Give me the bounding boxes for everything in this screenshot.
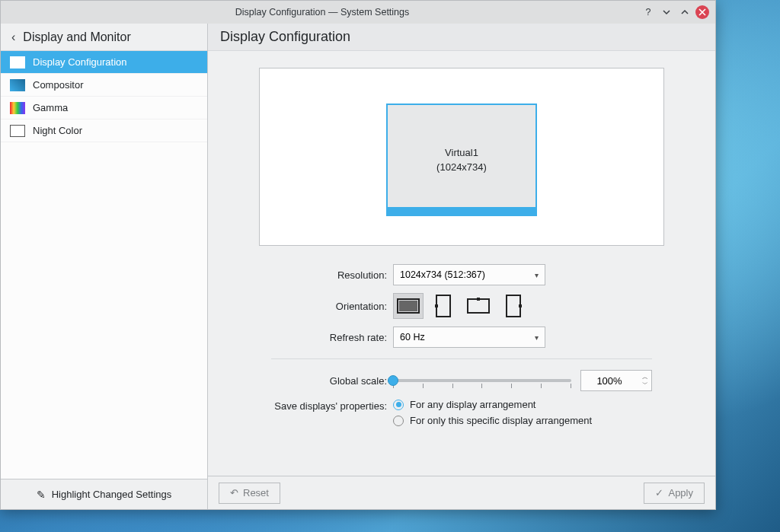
- sidebar-back[interactable]: ‹ Display and Monitor: [1, 24, 207, 51]
- radio-any-arrangement[interactable]: For any display arrangement: [393, 399, 592, 410]
- sidebar-item-label: Gamma: [33, 102, 68, 113]
- chevron-left-icon: ‹: [11, 30, 15, 44]
- spinbox-arrows[interactable]: ︿﹀: [642, 374, 648, 387]
- highlight-changed-settings[interactable]: ✎ Highlight Changed Settings: [1, 479, 207, 509]
- svg-rect-5: [477, 298, 480, 301]
- refresh-rate-value: 60 Hz: [400, 332, 425, 342]
- global-scale-spinbox[interactable]: 100% ︿﹀: [580, 370, 652, 391]
- compositor-icon: [10, 79, 25, 91]
- svg-rect-2: [436, 295, 450, 317]
- refresh-rate-select[interactable]: 60 Hz ▾: [393, 327, 545, 348]
- page-title: Display Configuration: [208, 24, 715, 51]
- sidebar-footer-label: Highlight Changed Settings: [52, 489, 172, 500]
- orientation-landscape-flipped[interactable]: [463, 293, 494, 319]
- sidebar-item-display-configuration[interactable]: Display Configuration: [1, 51, 207, 74]
- system-settings-window: Display Configuration — System Settings …: [0, 0, 716, 510]
- resolution-select[interactable]: 1024x734 (512:367) ▾: [393, 264, 545, 285]
- gamma-icon: [10, 102, 25, 114]
- undo-icon: ↶: [230, 487, 238, 499]
- maximize-button[interactable]: [677, 5, 692, 20]
- svg-rect-7: [519, 304, 522, 307]
- highlight-icon: ✎: [37, 489, 46, 501]
- resolution-value: 1024x734 (512:367): [400, 269, 485, 280]
- minimize-button[interactable]: [659, 5, 674, 20]
- global-scale-slider[interactable]: [393, 373, 571, 388]
- reset-label: Reset: [243, 487, 269, 499]
- refresh-rate-label: Refresh rate:: [271, 332, 393, 343]
- display-preview-virtual1[interactable]: Virtual1 (1024x734): [386, 104, 537, 216]
- resolution-label: Resolution:: [271, 269, 393, 281]
- orientation-portrait-right[interactable]: [498, 293, 529, 319]
- sidebar-item-label: Display Configuration: [33, 56, 127, 68]
- close-button[interactable]: [695, 5, 709, 19]
- sidebar-item-label: Night Color: [33, 125, 82, 136]
- sidebar-list: Display Configuration Compositor Gamma N…: [1, 51, 207, 479]
- orientation-portrait-left[interactable]: [428, 293, 459, 319]
- sidebar-header-label: Display and Monitor: [23, 30, 130, 44]
- svg-rect-1: [399, 301, 417, 311]
- main-footer: ↶ Reset ✓ Apply: [208, 476, 715, 509]
- sidebar: ‹ Display and Monitor Display Configurat…: [1, 24, 208, 509]
- svg-rect-4: [468, 299, 489, 313]
- radio-specific-arrangement[interactable]: For only this specific display arrangeme…: [393, 415, 592, 426]
- svg-rect-3: [435, 304, 438, 307]
- help-button[interactable]: ?: [641, 5, 656, 20]
- sidebar-item-label: Compositor: [33, 79, 83, 91]
- radio-on-icon: [393, 400, 404, 410]
- display-layout-preview[interactable]: Virtual1 (1024x734): [259, 68, 664, 246]
- sidebar-item-compositor[interactable]: Compositor: [1, 74, 207, 97]
- radio-label: For only this specific display arrangeme…: [410, 415, 592, 426]
- slider-thumb[interactable]: [388, 375, 398, 386]
- apply-label: Apply: [668, 487, 693, 499]
- separator: [271, 358, 652, 359]
- radio-label: For any display arrangement: [410, 399, 535, 410]
- svg-rect-6: [507, 295, 520, 317]
- sidebar-item-night-color[interactable]: Night Color: [1, 119, 207, 142]
- orientation-label: Orientation:: [271, 301, 393, 312]
- main-panel: Display Configuration Virtual1 (1024x734…: [208, 24, 715, 509]
- global-scale-value: 100%: [596, 375, 622, 387]
- chevron-down-icon: ▾: [535, 333, 539, 342]
- check-icon: ✓: [655, 487, 663, 499]
- titlebar[interactable]: Display Configuration — System Settings …: [1, 1, 715, 24]
- window-title: Display Configuration — System Settings: [7, 7, 638, 18]
- sidebar-item-gamma[interactable]: Gamma: [1, 97, 207, 119]
- global-scale-label: Global scale:: [271, 375, 393, 387]
- chevron-down-icon: ▾: [535, 271, 539, 279]
- orientation-landscape[interactable]: [393, 293, 424, 319]
- night-color-icon: [10, 125, 25, 137]
- monitor-icon: [10, 56, 25, 68]
- save-properties-label: Save displays' properties:: [271, 399, 393, 412]
- orientation-group: [393, 293, 529, 319]
- apply-button[interactable]: ✓ Apply: [644, 483, 705, 504]
- radio-off-icon: [393, 416, 404, 426]
- display-preview-name: Virtual1: [445, 147, 478, 158]
- reset-button[interactable]: ↶ Reset: [219, 483, 280, 504]
- display-preview-res: (1024x734): [436, 161, 487, 173]
